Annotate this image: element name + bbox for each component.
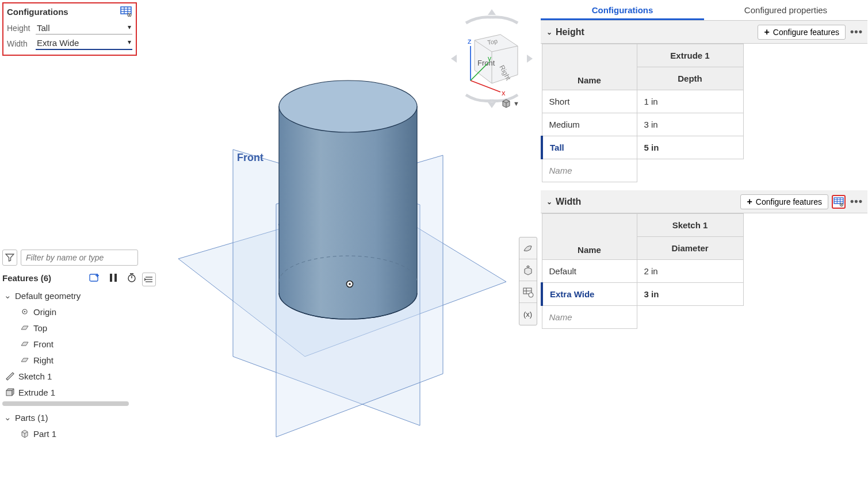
configurations-panel: Configurations Configured properties ⌄ H… xyxy=(541,0,867,483)
svg-text:Front: Front xyxy=(477,59,495,67)
svg-rect-9 xyxy=(114,274,117,282)
chevron-down-icon: ⌄ xyxy=(546,198,552,206)
tree-top-plane[interactable]: Top xyxy=(2,320,138,336)
col-feature-header: Sketch 1 xyxy=(637,214,743,237)
col-name-header: Name xyxy=(542,44,637,90)
svg-point-42 xyxy=(841,204,842,205)
width-label: Width xyxy=(7,39,36,48)
render-mode-dropdown[interactable]: ▼ xyxy=(500,98,523,109)
section-header-width[interactable]: ⌄ Width + Configure features ••• xyxy=(541,190,867,213)
width-select[interactable]: Extra Wide xyxy=(36,37,132,50)
table-row[interactable]: Medium 3 in xyxy=(542,113,743,136)
tool-variables[interactable]: (x) xyxy=(519,303,537,325)
tree-default-geometry[interactable]: ⌄ Default geometry xyxy=(2,288,138,304)
cube-shaded-icon xyxy=(500,98,512,109)
table-row[interactable]: Short 1 in xyxy=(542,90,743,113)
tool-insert[interactable] xyxy=(519,259,537,281)
tree-extrude[interactable]: Extrude 1 xyxy=(2,384,138,400)
height-label: Height xyxy=(7,24,36,33)
svg-point-6 xyxy=(129,14,130,16)
section-header-height[interactable]: ⌄ Height + Configure features ••• xyxy=(541,21,867,44)
section-menu-button[interactable]: ••• xyxy=(849,195,864,208)
stopwatch-icon[interactable] xyxy=(125,271,138,284)
svg-rect-0 xyxy=(121,7,131,14)
config-table-icon[interactable] xyxy=(120,6,132,17)
svg-rect-8 xyxy=(110,274,112,282)
tree-parts-header[interactable]: ⌄ Parts (1) xyxy=(2,409,138,425)
col-name-header: Name xyxy=(542,214,637,260)
pause-icon[interactable] xyxy=(107,271,120,284)
section-menu-button[interactable]: ••• xyxy=(849,26,864,38)
part-icon xyxy=(20,428,30,439)
tree-origin[interactable]: Origin xyxy=(2,304,138,320)
table-row-add[interactable]: Name xyxy=(542,306,743,329)
svg-rect-36 xyxy=(834,198,843,204)
svg-text:y: y xyxy=(488,55,491,63)
config-panel-title: Configurations xyxy=(7,7,68,17)
right-toolstrip: (x) xyxy=(519,237,537,325)
chevron-down-icon: ⌄ xyxy=(3,412,12,423)
tree-sketch[interactable]: Sketch 1 xyxy=(2,368,138,384)
plane-icon xyxy=(20,323,30,333)
chevron-down-icon: ⌄ xyxy=(3,290,12,301)
table-row[interactable]: Default 2 in xyxy=(542,260,743,283)
tool-config-table[interactable] xyxy=(519,281,537,303)
add-feature-icon[interactable] xyxy=(89,271,101,284)
chevron-down-icon: ⌄ xyxy=(546,28,552,36)
tab-configurations[interactable]: Configurations xyxy=(541,0,704,20)
table-row[interactable]: Extra Wide 3 in xyxy=(542,283,743,306)
table-row-add[interactable]: Name xyxy=(542,159,743,182)
svg-text:z: z xyxy=(468,37,472,45)
front-plane-label: Front xyxy=(237,152,263,163)
col-feature-header: Extrude 1 xyxy=(637,44,743,67)
tool-appearance[interactable] xyxy=(519,237,537,259)
config-table-icon[interactable] xyxy=(832,195,846,209)
svg-point-21 xyxy=(349,283,351,285)
col-value-header: Depth xyxy=(637,67,743,90)
svg-point-14 xyxy=(24,311,25,312)
origin-icon xyxy=(20,306,30,317)
height-table: Name Extrude 1 Depth Short 1 in Medium 3… xyxy=(541,44,744,182)
tab-configured-properties[interactable]: Configured properties xyxy=(704,0,867,20)
table-row[interactable]: Tall 5 in xyxy=(542,136,743,159)
view-cube[interactable]: Front Right Top z x y xyxy=(443,6,541,115)
config-selector-panel: Configurations Height Tall Width Extra W… xyxy=(2,2,137,56)
features-panel: Features (6) ⌄ Default geometry Origin T… xyxy=(2,250,138,442)
filter-input[interactable] xyxy=(21,250,138,266)
plane-icon xyxy=(20,355,30,365)
tree-part-1[interactable]: Part 1 xyxy=(2,425,138,442)
svg-text:x: x xyxy=(502,89,506,97)
features-header-label: Features (6) xyxy=(2,273,51,283)
configure-features-button[interactable]: + Configure features xyxy=(758,25,846,40)
col-value-header: Diameter xyxy=(637,237,743,260)
svg-text:(x): (x) xyxy=(523,310,532,319)
tree-front-plane[interactable]: Front xyxy=(2,336,138,352)
configure-features-button[interactable]: + Configure features xyxy=(740,194,828,209)
svg-point-19 xyxy=(279,80,417,132)
height-select[interactable]: Tall xyxy=(36,22,132,34)
filter-icon[interactable] xyxy=(2,250,17,266)
svg-point-34 xyxy=(529,293,533,297)
tree-right-plane[interactable]: Right xyxy=(2,352,138,368)
plane-icon xyxy=(20,339,30,349)
width-table: Name Sketch 1 Diameter Default 2 in Extr… xyxy=(541,213,744,329)
sketch-icon xyxy=(5,371,15,381)
svg-rect-15 xyxy=(6,390,12,396)
scrollbar[interactable] xyxy=(2,401,129,406)
extrude-icon xyxy=(5,387,15,397)
